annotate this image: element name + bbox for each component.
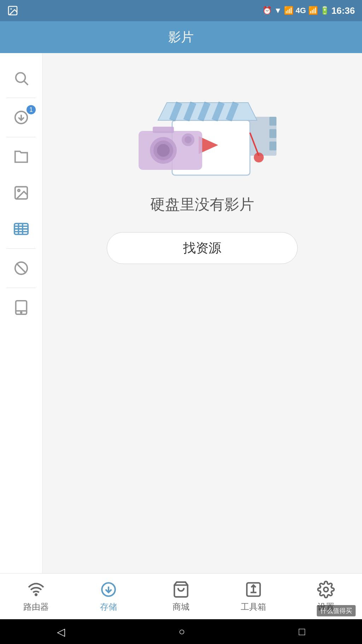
- sidebar-item-download[interactable]: 1: [0, 99, 42, 136]
- clock: 16:36: [332, 5, 355, 16]
- empty-state-text: 硬盘里没有影片: [150, 195, 254, 214]
- sidebar-item-forbidden[interactable]: [0, 250, 42, 286]
- svg-rect-25: [269, 142, 276, 150]
- alarm-icon: ⏰: [262, 6, 272, 15]
- divider-1: [6, 98, 36, 98]
- download-badge: 1: [27, 105, 36, 114]
- sidebar: 1: [0, 53, 42, 573]
- image-icon: [7, 5, 18, 16]
- divider-3: [6, 248, 36, 249]
- svg-rect-23: [269, 117, 276, 126]
- divider-4: [6, 288, 36, 288]
- illustration: [117, 74, 287, 180]
- bottom-nav: 路由器 存储 商城 工具箱 设置: [0, 573, 362, 619]
- nav-label-storage: 存储: [100, 601, 117, 613]
- nav-item-router[interactable]: 路由器: [0, 581, 72, 613]
- status-bar-left: [7, 5, 18, 16]
- home-button[interactable]: ○: [179, 626, 185, 638]
- svg-point-39: [185, 136, 192, 143]
- page-title: 影片: [168, 29, 194, 46]
- sidebar-item-search[interactable]: [0, 60, 42, 96]
- sidebar-item-tablet[interactable]: [0, 289, 42, 326]
- sidebar-item-image[interactable]: [0, 175, 42, 211]
- nav-item-tools[interactable]: 工具箱: [217, 581, 290, 613]
- network-type: 4G: [296, 6, 306, 15]
- main-layout: 1: [0, 53, 362, 573]
- svg-point-43: [35, 594, 37, 595]
- android-bar: ◁ ○ □: [0, 619, 362, 644]
- sidebar-item-video[interactable]: [0, 211, 42, 247]
- svg-line-3: [24, 81, 28, 85]
- empty-illustration: [117, 74, 287, 180]
- nav-label-router: 路由器: [23, 601, 49, 613]
- status-bar-right: ⏰ ▼ 📶 4G 📶 🔋 16:36: [262, 5, 355, 16]
- nav-label-tools: 工具箱: [241, 601, 266, 613]
- status-bar: ⏰ ▼ 📶 4G 📶 🔋 16:36: [0, 0, 362, 21]
- nav-item-storage[interactable]: 存储: [72, 581, 145, 613]
- battery-icon: 🔋: [320, 6, 329, 15]
- nav-item-shop[interactable]: 商城: [145, 581, 217, 613]
- svg-point-18: [21, 312, 22, 313]
- content-area: 硬盘里没有影片 找资源: [42, 53, 362, 573]
- svg-line-15: [16, 263, 26, 273]
- wifi-icon: ▼: [274, 6, 282, 15]
- svg-point-50: [323, 587, 328, 592]
- svg-point-1: [10, 8, 12, 10]
- svg-point-7: [18, 189, 20, 191]
- find-resources-button[interactable]: 找资源: [107, 232, 298, 264]
- recent-button[interactable]: □: [299, 626, 305, 638]
- divider-2: [6, 137, 36, 137]
- signal-icon: 📶: [284, 6, 293, 15]
- svg-point-2: [16, 73, 25, 82]
- svg-rect-24: [269, 129, 276, 138]
- sidebar-item-folder[interactable]: [0, 139, 42, 175]
- watermark: 什么值得买: [317, 605, 356, 616]
- svg-point-37: [157, 144, 170, 157]
- svg-point-42: [254, 153, 264, 162]
- back-button[interactable]: ◁: [57, 626, 65, 638]
- svg-rect-40: [153, 127, 174, 133]
- nav-label-shop: 商城: [173, 601, 189, 613]
- signal2-icon: 📶: [308, 6, 318, 15]
- app-header: 影片: [0, 21, 362, 53]
